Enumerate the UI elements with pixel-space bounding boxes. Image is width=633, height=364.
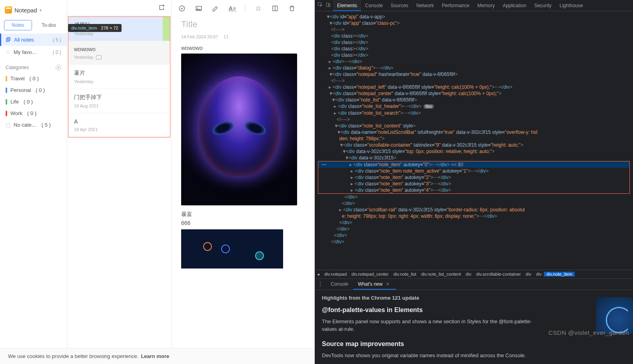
drawer-heading-2: Source map improvements bbox=[322, 340, 626, 348]
add-category-icon[interactable]: + bbox=[56, 65, 61, 70]
devtools-toolbar: ElementsConsoleSourcesNetworkPerformance… bbox=[315, 0, 633, 11]
device-icon[interactable] bbox=[325, 2, 331, 8]
devtools-tab-application[interactable]: Application bbox=[499, 0, 530, 11]
breadcrumb-item[interactable]: div.notepad bbox=[322, 272, 349, 276]
drawer-para-1: The Elements panel now supports and show… bbox=[322, 318, 542, 333]
breadcrumb-item[interactable]: div.scrollable-container bbox=[474, 272, 523, 276]
cookie-learn-more[interactable]: Learn more bbox=[141, 353, 169, 359]
svg-point-2 bbox=[197, 7, 198, 8]
devtools-tab-lighthouse[interactable]: Lighthouse bbox=[555, 0, 587, 11]
star-outline-icon[interactable]: ☆ bbox=[254, 4, 262, 13]
app-title: Notepad bbox=[14, 7, 37, 14]
note-items-redbox: 傅里叶YesterdaywowowoYesterday 薯片Yesterday门… bbox=[68, 16, 170, 137]
breadcrumb-item[interactable]: div.note_list bbox=[391, 272, 419, 276]
dom-breadcrumbs[interactable]: ◂ div.notepaddiv.notepad_centerdiv.note_… bbox=[315, 270, 633, 278]
svg-point-0 bbox=[179, 6, 185, 11]
chevron-down-icon: ▾ bbox=[40, 8, 42, 12]
svg-rect-6 bbox=[327, 3, 329, 7]
image-icon[interactable] bbox=[195, 5, 203, 12]
document-icon: 🗐 bbox=[6, 37, 11, 43]
sidebar: Notepad ▾ Notes To-dos 🗐 All notes ( 5 )… bbox=[0, 0, 67, 364]
notepad-app: Notepad ▾ Notes To-dos 🗐 All notes ( 5 )… bbox=[0, 0, 315, 364]
svg-rect-7 bbox=[329, 4, 330, 7]
category-color-icon bbox=[6, 88, 7, 93]
breadcrumb-item[interactable]: div bbox=[533, 272, 544, 276]
inspect-icon[interactable] bbox=[317, 2, 323, 8]
notepad-app-icon bbox=[5, 6, 12, 14]
drawer-menu-icon[interactable]: ⋮ bbox=[315, 281, 326, 287]
category-color-icon bbox=[6, 76, 7, 82]
drawer-tabs: ⋮ Console What's new × bbox=[315, 279, 633, 290]
devtools-drawer: ⋮ Console What's new × Highlights from t… bbox=[315, 278, 633, 364]
breadcrumb-item[interactable]: div bbox=[463, 272, 474, 276]
dom-tree[interactable]: ▼<div id="app" data-v-app> ▼<div id="app… bbox=[315, 11, 633, 270]
app-title-row[interactable]: Notepad ▾ bbox=[0, 3, 67, 17]
devtools-tab-memory[interactable]: Memory bbox=[473, 0, 499, 11]
cookie-banner: We use cookies to provide a better brows… bbox=[0, 348, 315, 364]
drawer-tab-whatsnew[interactable]: What's new × bbox=[353, 278, 396, 290]
drawer-tab-console[interactable]: Console bbox=[326, 278, 353, 290]
nav-all-notes[interactable]: 🗐 All notes ( 5 ) bbox=[0, 34, 67, 46]
element-dimension-tooltip: div.note_item 278 × 72 bbox=[68, 24, 122, 32]
editor-toolbar: A≡ ☆ bbox=[172, 0, 315, 17]
editor-line1: wowowo bbox=[181, 45, 305, 51]
editor-image-1 bbox=[181, 54, 297, 205]
devtools-tab-security[interactable]: Security bbox=[530, 0, 555, 11]
category-life[interactable]: Life( 0 ) bbox=[0, 96, 67, 107]
breadcrumb-item[interactable]: div bbox=[523, 272, 533, 276]
star-icon: ☆ bbox=[6, 49, 10, 55]
devtools-tab-network[interactable]: Network bbox=[412, 0, 438, 11]
category-color-icon bbox=[6, 99, 7, 105]
editor-line2: 暴富 bbox=[181, 211, 305, 218]
drawer-highlights: Highlights from the Chrome 121 update bbox=[322, 295, 626, 301]
devtools-tabs: ElementsConsoleSourcesNetworkPerformance… bbox=[333, 0, 587, 11]
close-icon[interactable]: × bbox=[384, 281, 391, 287]
note-item[interactable]: wowowoYesterday bbox=[68, 41, 170, 65]
image-chip-icon bbox=[96, 55, 102, 60]
devtools-tab-performance[interactable]: Performance bbox=[438, 0, 473, 11]
text-format-icon[interactable]: A≡ bbox=[228, 5, 236, 12]
note-list: 傅里叶YesterdaywowowoYesterday 薯片Yesterday门… bbox=[67, 0, 172, 364]
crumb-back-icon[interactable]: ◂ bbox=[315, 272, 322, 277]
pen-icon[interactable] bbox=[212, 5, 220, 12]
drawer-para-2: DevTools now shows you original variable… bbox=[322, 352, 542, 360]
tab-notes[interactable]: Notes bbox=[4, 20, 32, 30]
categories-header: Categories + bbox=[0, 58, 67, 73]
editor-body[interactable]: Title 14 Feb 2024 20:07 11 wowowo 暴富 666 bbox=[172, 17, 315, 276]
whatsnew-graphic bbox=[596, 297, 633, 334]
breadcrumb-item[interactable]: div.note_list_content bbox=[419, 272, 463, 276]
devtools-tab-elements[interactable]: Elements bbox=[333, 0, 361, 11]
sidebar-tabs: Notes To-dos bbox=[0, 17, 67, 34]
folder-icon: ▢ bbox=[6, 122, 10, 128]
breadcrumb-item[interactable]: div.notepad_center bbox=[349, 272, 391, 276]
note-list-header bbox=[67, 0, 171, 16]
drawer-heading-1: @font-palette-values in Elements bbox=[322, 306, 626, 314]
editor-image-2 bbox=[181, 229, 283, 269]
note-item[interactable]: 门把手掉下19 Aug 2021 bbox=[68, 89, 170, 113]
devtools-tab-console[interactable]: Console bbox=[361, 0, 387, 11]
new-note-icon[interactable] bbox=[158, 4, 166, 11]
tab-todos[interactable]: To-dos bbox=[35, 20, 63, 30]
category-color-icon bbox=[6, 111, 7, 116]
trash-icon[interactable] bbox=[288, 5, 296, 12]
category-work[interactable]: Work( 0 ) bbox=[0, 107, 67, 119]
toolbar-divider bbox=[245, 5, 246, 12]
editor-meta: 14 Feb 2024 20:07 11 bbox=[181, 34, 305, 39]
editor-title[interactable]: Title bbox=[181, 19, 305, 30]
editor-line3: 666 bbox=[181, 220, 305, 226]
watermark: CSDN @violet_ever_garden bbox=[549, 329, 629, 336]
breadcrumb-item[interactable]: div.note_item bbox=[544, 272, 575, 276]
panel-icon[interactable] bbox=[271, 5, 279, 12]
checklist-icon[interactable] bbox=[178, 5, 186, 12]
category-personal[interactable]: Personal( 0 ) bbox=[0, 84, 67, 96]
note-item[interactable]: A18 Apr 2021 bbox=[68, 113, 170, 137]
category-nocate[interactable]: ▢No cate…( 5 ) bbox=[0, 119, 67, 131]
devtools-tab-sources[interactable]: Sources bbox=[387, 0, 412, 11]
drawer-body: Highlights from the Chrome 121 update @f… bbox=[315, 290, 633, 364]
note-item[interactable]: 薯片Yesterday bbox=[68, 65, 170, 89]
devtools-panel: ElementsConsoleSourcesNetworkPerformance… bbox=[315, 0, 633, 364]
note-editor: A≡ ☆ Title 14 Feb 2024 20:07 11 wowowo 暴… bbox=[172, 0, 315, 364]
category-travel[interactable]: Travel( 0 ) bbox=[0, 73, 67, 84]
nav-favorites[interactable]: ☆ My favo… ( 0 ) bbox=[0, 46, 67, 58]
